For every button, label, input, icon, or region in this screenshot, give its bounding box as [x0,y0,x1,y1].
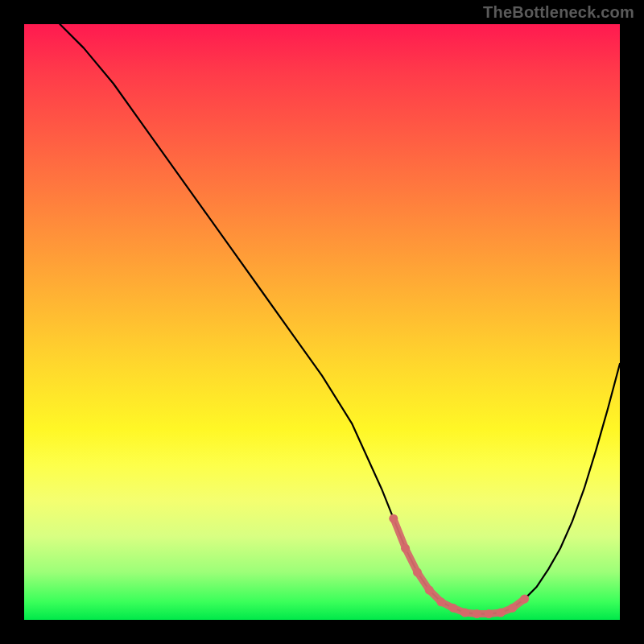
optimum-marker [437,597,446,606]
curve-svg [24,24,620,620]
optimum-marker [508,604,517,613]
optimum-markers [389,514,529,618]
optimum-marker [460,609,469,617]
optimum-marker [448,604,457,613]
optimum-band [394,518,525,613]
optimum-marker [497,609,506,617]
optimum-marker [473,609,481,618]
watermark-text: TheBottleneck.com [483,3,634,22]
optimum-marker [425,586,434,595]
optimum-marker [520,595,529,604]
bottleneck-curve [60,24,620,614]
optimum-marker [413,568,422,576]
optimum-marker [389,514,398,523]
optimum-marker [401,544,410,553]
chart-plot-area [24,24,620,620]
optimum-marker [485,609,493,618]
